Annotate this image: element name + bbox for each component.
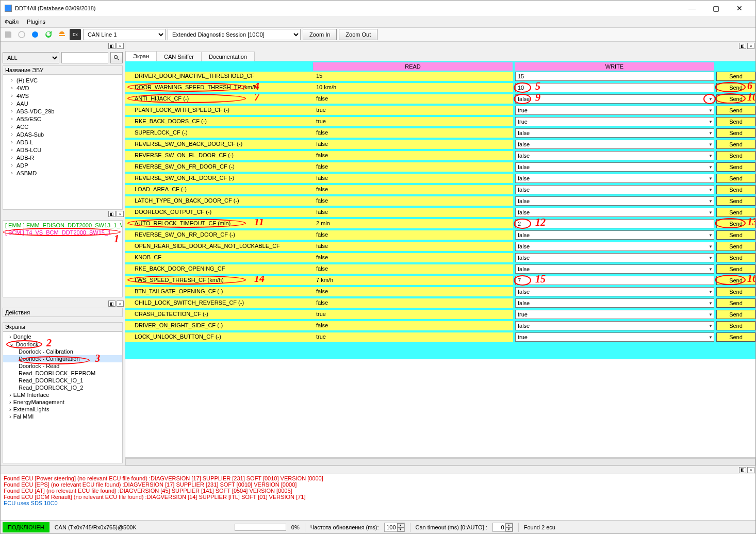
ecu-tree-item[interactable]: ›4WS bbox=[3, 92, 122, 99]
screen-tree-item[interactable]: Doorlock - Calibration bbox=[3, 348, 122, 355]
ecu-file-item[interactable]: [ EMM ] EMM_EDISON_DDT2000_SW13_1_V1_3 bbox=[5, 222, 120, 229]
param-write-input[interactable]: false▼ bbox=[515, 298, 714, 308]
screen-tree-item[interactable]: ⌄Doorlock bbox=[3, 340, 122, 348]
param-write-input[interactable]: false▼ bbox=[515, 287, 714, 296]
spin-down-icon[interactable]: ▼ bbox=[397, 527, 404, 531]
param-write-input[interactable]: false▼ bbox=[515, 174, 714, 183]
screen-tree-item[interactable]: Read_DOORLOCK_IO_1 bbox=[3, 377, 122, 384]
send-button[interactable]: Send bbox=[716, 264, 755, 274]
dropdown-arrow-icon[interactable]: ▼ bbox=[709, 256, 713, 260]
send-button[interactable]: Send bbox=[716, 276, 755, 285]
screen-tree-item[interactable]: ›EnergyManagement bbox=[3, 398, 122, 406]
send-button[interactable]: Send bbox=[716, 321, 755, 330]
ecu-tree-item[interactable]: ›ADAS-Sub bbox=[3, 130, 122, 138]
send-button[interactable]: Send bbox=[716, 94, 755, 104]
expert-mode-icon[interactable] bbox=[56, 29, 68, 40]
refresh-icon[interactable] bbox=[43, 29, 54, 40]
dropdown-arrow-icon[interactable]: ▼ bbox=[709, 120, 713, 124]
dropdown-arrow-icon[interactable]: ▼ bbox=[709, 199, 713, 204]
dropdown-arrow-icon[interactable]: ▼ bbox=[709, 244, 713, 249]
dock-close-icon[interactable]: × bbox=[117, 43, 124, 49]
dropdown-arrow-icon[interactable]: ▼ bbox=[709, 312, 713, 317]
screen-tree-item[interactable]: Read_DOORLOCK_EEPROM bbox=[3, 370, 122, 377]
ecu-tree-item[interactable]: ›ASBMD bbox=[3, 169, 122, 177]
dock-float-icon[interactable]: ◧ bbox=[108, 211, 116, 217]
ecu-tree-item[interactable]: ›ADB-L bbox=[3, 138, 122, 146]
send-button[interactable]: Send bbox=[716, 287, 755, 296]
send-button[interactable]: Send bbox=[716, 253, 755, 262]
dropdown-arrow-icon[interactable]: ▼ bbox=[709, 97, 713, 102]
send-button[interactable]: Send bbox=[716, 230, 755, 240]
can-line-select[interactable]: CAN Line 1 bbox=[83, 29, 166, 40]
send-button[interactable]: Send bbox=[716, 242, 755, 251]
param-write-input[interactable]: false▼ bbox=[515, 185, 714, 194]
param-write-input[interactable]: 212 bbox=[515, 219, 714, 228]
menu-plugins[interactable]: Plugins bbox=[27, 19, 45, 25]
zoom-out-button[interactable]: Zoom Out bbox=[339, 29, 377, 40]
param-write-input[interactable]: 105 bbox=[515, 83, 714, 92]
screen-tree-item[interactable]: ›Dongle bbox=[3, 333, 122, 340]
maximize-button[interactable]: ▢ bbox=[704, 1, 728, 16]
dock-float-icon[interactable]: ◧ bbox=[739, 43, 746, 49]
ecu-tree[interactable]: ›(H) EVC›4WD›4WS›AAU›ABS-VDC_29b›ABS/ESC… bbox=[3, 75, 123, 210]
tab-documentation[interactable]: Documentation bbox=[201, 52, 255, 61]
dock-float-icon[interactable]: ◧ bbox=[108, 43, 116, 49]
send-button[interactable]: Send bbox=[716, 208, 755, 217]
param-write-input[interactable]: 15 bbox=[515, 72, 714, 81]
send-button[interactable]: Send bbox=[716, 117, 755, 126]
dock-close-icon[interactable]: × bbox=[747, 467, 754, 473]
send-button[interactable]: Send bbox=[716, 332, 755, 342]
send-button[interactable]: Send bbox=[716, 140, 755, 149]
param-write-input[interactable]: false▼ bbox=[515, 208, 714, 217]
param-write-input[interactable]: false▼ bbox=[515, 242, 714, 251]
ecu-tree-item[interactable]: ›AAU bbox=[3, 99, 122, 107]
ecu-file-item[interactable]: [ BCM ] T4_VS_BCM_DDT2000_SW15_1 bbox=[5, 229, 120, 236]
screen-tree-item[interactable]: Doorlock - Read bbox=[3, 362, 122, 370]
ecu-tree-item[interactable]: ›ABS-VDC_29b bbox=[3, 107, 122, 115]
send-button[interactable]: Send bbox=[716, 106, 755, 115]
save-icon[interactable] bbox=[3, 29, 14, 40]
log-pane[interactable]: Found ECU [Power steering] (no relevant … bbox=[1, 474, 755, 520]
ecu-file-list[interactable]: 1 [ EMM ] EMM_EDISON_DDT2000_SW13_1_V1_3… bbox=[3, 220, 123, 297]
dropdown-arrow-icon[interactable]: ▼ bbox=[709, 335, 713, 340]
dropdown-arrow-icon[interactable]: ▼ bbox=[709, 290, 713, 294]
dropdown-arrow-icon[interactable]: ▼ bbox=[709, 176, 713, 181]
dropdown-arrow-icon[interactable]: ▼ bbox=[709, 301, 713, 306]
diag-session-select[interactable]: Extended Diagnostic Session [10C0] bbox=[168, 29, 301, 40]
ecu-tree-item[interactable]: ›ADP bbox=[3, 161, 122, 169]
param-write-input[interactable]: false▼ bbox=[515, 162, 714, 172]
tab-ekran[interactable]: Экран bbox=[125, 51, 157, 61]
ecu-search-input[interactable] bbox=[61, 52, 108, 63]
send-button[interactable]: Send bbox=[716, 310, 755, 319]
dropdown-arrow-icon[interactable]: ▼ bbox=[709, 324, 713, 328]
horizontal-scrollbar[interactable] bbox=[125, 458, 755, 465]
send-button[interactable]: Send bbox=[716, 162, 755, 172]
dropdown-arrow-icon[interactable]: ▼ bbox=[709, 154, 713, 158]
screen-tree-item[interactable]: Doorlock - Configuration bbox=[3, 355, 122, 362]
menu-file[interactable]: Файл bbox=[5, 19, 19, 25]
spin-up-icon[interactable]: ▲ bbox=[505, 523, 513, 527]
ecu-tree-item[interactable]: ›4WD bbox=[3, 84, 122, 92]
param-write-input[interactable]: false▼98 bbox=[515, 94, 714, 104]
dock-close-icon[interactable]: × bbox=[117, 211, 124, 217]
minimize-button[interactable]: — bbox=[680, 1, 704, 16]
send-button[interactable]: Send bbox=[716, 72, 755, 81]
param-write-input[interactable]: false▼ bbox=[515, 140, 714, 149]
send-button[interactable]: Send bbox=[716, 219, 755, 228]
dropdown-arrow-icon[interactable]: ▼ bbox=[709, 142, 713, 147]
param-write-input[interactable]: true▼ bbox=[515, 310, 714, 319]
screen-tree-item[interactable]: ›Fal MMI bbox=[3, 413, 122, 420]
send-button[interactable]: Send bbox=[716, 196, 755, 206]
param-write-input[interactable]: true▼ bbox=[515, 332, 714, 342]
screen-tree-item[interactable]: ›ExternalLights bbox=[3, 406, 122, 413]
tab-can-sniffer[interactable]: CAN Sniffer bbox=[156, 52, 202, 61]
dropdown-arrow-icon[interactable]: ▼ bbox=[709, 165, 713, 170]
hex-icon[interactable]: 0x bbox=[70, 29, 81, 40]
param-write-input[interactable]: false▼ bbox=[515, 151, 714, 160]
ecu-tree-item[interactable]: ›ABS/ESC bbox=[3, 115, 122, 123]
dock-float-icon[interactable]: ◧ bbox=[739, 467, 746, 473]
send-button[interactable]: Send bbox=[716, 298, 755, 308]
send-button[interactable]: Send bbox=[716, 83, 755, 92]
close-button[interactable]: ✕ bbox=[728, 1, 751, 16]
send-button[interactable]: Send bbox=[716, 151, 755, 160]
